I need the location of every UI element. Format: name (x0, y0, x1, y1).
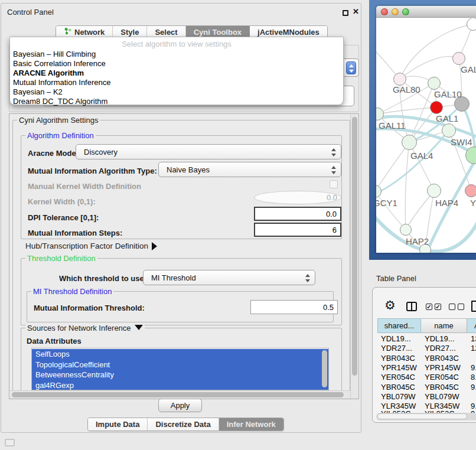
aracne-mode-select[interactable]: Discovery (76, 144, 341, 159)
dpi-tolerance-label: DPI Tolerance [0,1]: (28, 213, 99, 222)
table-panel-window: ⚙ ✓ ✓ shared... name A YDL19...YDL19...1… (372, 287, 476, 423)
vertical-scrollbar-thumb[interactable] (352, 117, 357, 376)
attribute-item-selected[interactable]: SelfLoops (32, 349, 328, 360)
tab-infer-network[interactable]: Infer Network (219, 418, 283, 431)
close-traffic-light-icon[interactable] (381, 8, 388, 15)
network-canvas[interactable]: GAL GAL80 GAL10 GAL1 GAL11 SWI4 GAL4 GCY… (376, 18, 476, 253)
table-row[interactable]: YBR045CYBR045C9. (377, 383, 476, 392)
network-node[interactable] (467, 18, 476, 31)
tab-label: Impute Data (96, 418, 139, 431)
horizontal-scrollbar-thumb[interactable] (12, 392, 344, 397)
vertical-scrollbar (350, 115, 358, 399)
node-label: HAP4 (435, 198, 458, 208)
algorithm-option[interactable]: Basic Correlation Inference (13, 59, 340, 68)
tab-label: Infer Network (227, 418, 276, 431)
control-panel-title: Control Panel (7, 8, 54, 17)
mi-steps-input[interactable] (254, 223, 341, 237)
tab-discretize-data[interactable]: Discretize Data (148, 418, 219, 431)
mi-type-select[interactable]: Naive Bayes (158, 162, 341, 177)
collapse-down-icon (135, 325, 143, 330)
table-row[interactable]: YBR043CYBR043C (377, 354, 476, 363)
tab-label: Discretize Data (155, 418, 210, 431)
dock-icon[interactable] (5, 439, 15, 446)
network-node[interactable] (393, 73, 406, 86)
aracne-mode-label: Aracne Mode: (28, 149, 79, 158)
desktop: Control Panel ✕ Network Style Select Cyn… (0, 0, 476, 450)
manual-kernel-checkbox[interactable] (330, 180, 338, 188)
which-threshold-select[interactable]: MI Threshold (143, 270, 315, 285)
kernel-width-input[interactable] (254, 191, 341, 204)
network-node[interactable] (427, 184, 441, 198)
column-header-name[interactable]: name (421, 318, 467, 333)
checkbox-checked-icon[interactable]: ✓ (426, 304, 432, 310)
table-horizontal-scrollbar (376, 413, 476, 420)
network-node-selected[interactable] (430, 101, 443, 114)
table-row[interactable]: YER054CYER054C8. (377, 373, 476, 382)
list-scrollbar-thumb[interactable] (322, 350, 327, 387)
node-label: Y (470, 198, 476, 208)
algorithm-option-selected[interactable]: ARACNE Algorithm (13, 69, 340, 77)
sources-title-label: Sources for Network Inference (27, 324, 131, 332)
algorithm-option[interactable]: Mutual Information Inference (13, 78, 340, 87)
network-node[interactable] (428, 77, 441, 90)
gear-icon[interactable]: ⚙ (384, 299, 396, 311)
network-node[interactable] (442, 123, 456, 138)
column-header-shared[interactable]: shared... (377, 318, 421, 333)
combo-stepper-icon (346, 61, 356, 74)
sources-group-title[interactable]: Sources for Network Inference (25, 324, 145, 332)
mi-threshold-input[interactable] (250, 300, 338, 314)
hub-definition-expander[interactable]: Hub/Transcription Factor Definition (25, 242, 157, 250)
minimize-traffic-light-icon[interactable] (392, 8, 399, 15)
table-panel-title: Table Panel (376, 274, 416, 283)
float-window-icon[interactable] (343, 10, 348, 16)
algorithm-dropdown-popup: Select algorithm to view settings Bayesi… (9, 37, 344, 105)
dpi-tolerance-input[interactable] (254, 207, 341, 221)
data-attributes-list: SelfLoops TopologicalCoefficient Between… (31, 348, 329, 390)
network-node[interactable] (452, 52, 465, 65)
table-row[interactable]: YDR27...YDR27...12 (377, 344, 476, 353)
attribute-item-selected[interactable]: TopologicalCoefficient (32, 360, 328, 370)
algorithm-definition-title: Algorithm Definition (25, 131, 96, 140)
checkbox-checked-icon[interactable]: ✓ (435, 304, 441, 310)
hub-definition-label: Hub/Transcription Factor Definition (25, 242, 148, 250)
aracne-mode-value: Discovery (84, 148, 118, 156)
control-panel-window: Control Panel ✕ Network Style Select Cyn… (1, 3, 361, 433)
close-icon[interactable]: ✕ (353, 7, 359, 16)
zoom-traffic-light-icon[interactable] (402, 8, 409, 15)
split-columns-icon[interactable] (406, 302, 417, 311)
tab-impute-data[interactable]: Impute Data (88, 418, 148, 431)
algorithm-option[interactable]: Bayesian – K2 (13, 87, 340, 96)
column-header-next[interactable]: A (467, 318, 476, 333)
algorithm-option[interactable]: Dream8 DC_TDC Algorithm (13, 97, 340, 106)
network-window-titlebar[interactable] (376, 6, 476, 18)
mi-type-value: Naive Bayes (167, 165, 210, 174)
kernel-width-label: Kernel Width (0,1): (28, 197, 96, 206)
manual-kernel-label: Manual Kernel Width Definition (28, 182, 141, 191)
data-attributes-label: Data Attributes (27, 337, 81, 345)
table-row[interactable]: YPR145WYPR145W9. (377, 363, 476, 373)
file-icon[interactable] (471, 301, 476, 312)
attribute-item-selected[interactable]: BetweennessCentrality (32, 370, 328, 380)
algorithm-option[interactable]: Bayesian – Hill Climbing (13, 50, 340, 58)
mi-threshold-label: Mutual Information Threshold: (34, 304, 145, 312)
node-label: GCY1 (376, 198, 397, 208)
node-label: GAL1 (436, 113, 458, 123)
attribute-item-selected[interactable]: gal4RGexp (32, 380, 328, 391)
mi-steps-label: Mutual Information Steps: (28, 229, 122, 237)
stepper-icon (331, 165, 336, 175)
stepper-icon (331, 148, 336, 157)
checkbox-unchecked-icon[interactable] (458, 304, 464, 310)
network-node[interactable] (400, 224, 412, 236)
table-row[interactable]: YDL19...YDL19...13 (377, 334, 476, 344)
expand-right-icon (152, 242, 157, 250)
checkbox-unchecked-icon[interactable] (449, 304, 455, 310)
stepper-icon (305, 273, 310, 283)
table-scrollbar-thumb[interactable] (377, 413, 467, 419)
network-node[interactable] (465, 184, 476, 197)
apply-button[interactable]: Apply (158, 399, 202, 412)
network-view-frame: GAL GAL80 GAL10 GAL1 GAL11 SWI4 GAL4 GCY… (369, 0, 476, 260)
dropdown-hint: Select algorithm to view settings (10, 40, 343, 48)
network-node[interactable] (402, 135, 417, 150)
table-row[interactable]: YBL079WYBL079W (377, 392, 476, 402)
horizontal-scrollbar (10, 390, 351, 399)
